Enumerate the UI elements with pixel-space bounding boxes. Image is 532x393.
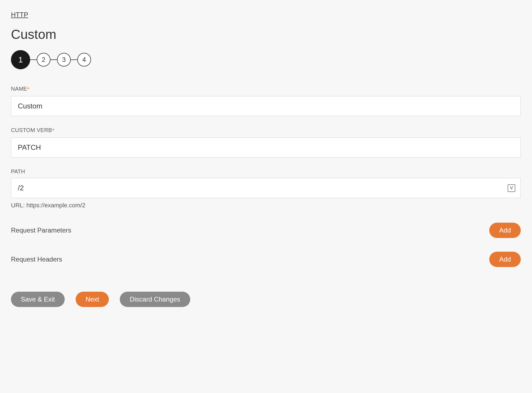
discard-changes-button[interactable]: Discard Changes	[120, 292, 190, 307]
custom-verb-label: CUSTOM VERB*	[11, 127, 521, 134]
required-star-icon: *	[52, 127, 55, 134]
name-label-text: NAME	[11, 86, 27, 92]
request-parameters-section: Request Parameters Add	[11, 223, 521, 238]
step-3[interactable]: 3	[57, 53, 71, 67]
request-parameters-label: Request Parameters	[11, 226, 71, 234]
step-4[interactable]: 4	[77, 53, 91, 67]
path-helper-text: URL: https://example.com/2	[11, 202, 521, 209]
path-label: PATH	[11, 168, 521, 175]
step-connector	[50, 59, 57, 60]
required-star-icon: *	[27, 86, 30, 93]
request-headers-label: Request Headers	[11, 256, 62, 263]
name-label: NAME*	[11, 86, 521, 93]
page-title: Custom	[11, 27, 521, 42]
add-request-header-button[interactable]: Add	[489, 252, 521, 267]
footer-actions: Save & Exit Next Discard Changes	[11, 292, 521, 307]
save-exit-button[interactable]: Save & Exit	[11, 292, 65, 307]
request-headers-section: Request Headers Add	[11, 252, 521, 267]
step-connector	[30, 59, 37, 60]
step-2[interactable]: 2	[37, 53, 50, 67]
step-connector	[71, 59, 77, 60]
breadcrumb-http[interactable]: HTTP	[11, 11, 28, 19]
custom-verb-label-text: CUSTOM VERB	[11, 127, 52, 133]
stepper: 1 2 3 4	[11, 50, 521, 69]
next-button[interactable]: Next	[76, 292, 109, 307]
step-1[interactable]: 1	[11, 50, 30, 69]
name-input[interactable]	[11, 96, 521, 116]
path-input[interactable]	[11, 178, 521, 198]
custom-verb-input[interactable]	[11, 137, 521, 157]
variable-icon[interactable]: V	[508, 184, 515, 192]
add-request-parameter-button[interactable]: Add	[489, 223, 521, 238]
